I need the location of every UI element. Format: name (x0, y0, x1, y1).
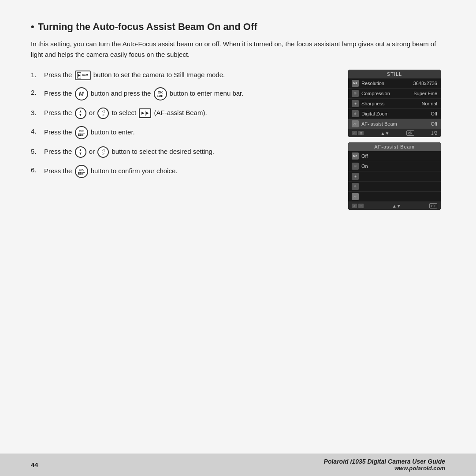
af-select-icon: ▶ ▶ (139, 108, 151, 118)
footer-nav-still: ▲▼ (381, 131, 390, 136)
still-value-4: Off (431, 111, 437, 116)
step-6-content: Press the OK EDIT button to confirm your… (44, 165, 335, 178)
still-row-1: MP Resolution 3648x2736 (348, 78, 441, 89)
m-button-icon: M (75, 87, 88, 100)
brand-line2: www.polaroid.com (324, 465, 445, 472)
still-label-1: Resolution (361, 81, 411, 86)
footer-icons-still: ⌂ ☰ (352, 131, 364, 135)
still-value-5: Off (431, 121, 437, 126)
step-3-num: 3. (31, 108, 40, 118)
step-6: 6. Press the OK EDIT button to confirm y… (31, 165, 335, 178)
still-screen: STILL MP Resolution 3648x2736 ⊞ Compress… (348, 70, 441, 137)
page-number: 44 (31, 461, 38, 469)
step-5-content: Press the ▲▼ or ◁▷ button to select the … (44, 146, 335, 158)
section-title: • Turning the Auto-focus Assist Beam On … (31, 21, 445, 33)
af-mp-icon: MP (352, 152, 359, 160)
af-zoom-icon: ⊕ (352, 183, 359, 190)
step-5-num: 5. (31, 146, 40, 157)
scroll-up-icon-step5: ▲▼ (75, 146, 86, 158)
still-label-4: Digital Zoom (361, 111, 428, 116)
af-menu-icon: ☰ (358, 204, 364, 208)
step-4: 4. Press the OK EDIT button to enter. (31, 126, 335, 139)
sharpness-icon: ◈ (352, 100, 359, 107)
af-label-off: Off (361, 153, 437, 159)
mode-button-icon: ▶ CAM (75, 71, 91, 80)
af-screen-footer: ⌂ ☰ ▲▼ ok (348, 202, 441, 210)
footer-page-still: 1/2 (431, 131, 437, 136)
still-row-2: ⊞ Compression Super Fine (348, 89, 441, 99)
scroll-down-icon-step5: ◁▷ (97, 146, 109, 158)
still-label-3: Sharpness (361, 101, 419, 106)
step-1: 1. Press the ▶ CAM button to set the cam… (31, 70, 335, 80)
af-sharp-icon: ◈ (352, 173, 359, 180)
still-label-5: AF- assist Beam (361, 121, 428, 126)
af-af-icon: AF (352, 193, 359, 200)
still-row-4: ⊕ Digital Zoom Off (348, 109, 441, 119)
af-icon: AF (352, 120, 359, 127)
menu-footer-icon: ☰ (358, 131, 364, 135)
title-text: Turning the Auto-focus Assist Beam On an… (38, 21, 257, 33)
bullet-point: • (31, 21, 34, 33)
ok-button-icon-step6: OK EDIT (75, 165, 88, 178)
intro-paragraph: In this setting, you can turn the Auto-F… (31, 39, 445, 60)
af-row-3: ◈ (348, 171, 441, 182)
still-label-2: Compression (361, 91, 411, 96)
scroll-down-icon: ◁▷ (97, 108, 109, 119)
step-3: 3. Press the ▲▼ or ◁▷ to select ▶ (31, 108, 335, 119)
still-screen-header: STILL (348, 70, 441, 78)
ok-button-icon-step4: OK EDIT (75, 126, 88, 139)
step-2-content: Press the M button and press the OK EDIT… (44, 87, 335, 100)
af-row-4: ⊕ (348, 182, 441, 192)
page: • Turning the Auto-focus Assist Beam On … (0, 0, 476, 476)
brand-line1: Polaroid i1035 Digital Camera User Guide (324, 458, 445, 465)
step-3-content: Press the ▲▼ or ◁▷ to select ▶ ▶ (44, 108, 335, 119)
steps: 1. Press the ▶ CAM button to set the cam… (31, 70, 335, 178)
content-area: 1. Press the ▶ CAM button to set the cam… (31, 70, 445, 210)
home-footer-icon: ⌂ (352, 131, 357, 135)
scroll-up-icon: ▲▼ (75, 108, 86, 119)
still-value-1: 3648x2736 (413, 81, 437, 86)
footer-ok-af: ok (429, 203, 437, 208)
af-home-icon: ⌂ (352, 204, 357, 208)
step-5: 5. Press the ▲▼ or ◁▷ button to select t… (31, 146, 335, 158)
compression-icon: ⊞ (352, 90, 359, 97)
step-2: 2. Press the M button and press the OK E… (31, 87, 335, 100)
af-row-mp: MP Off (348, 151, 441, 161)
af-compress-icon: ⊞ (352, 163, 359, 170)
step-2-num: 2. (31, 87, 40, 98)
brand-info: Polaroid i1035 Digital Camera User Guide… (324, 458, 445, 472)
mp-icon: MP (352, 80, 359, 87)
af-screen: AF-assist Beam MP Off ⊞ On ◈ ⊕ (348, 142, 441, 210)
still-row-5: AF AF- assist Beam Off (348, 119, 441, 129)
still-screen-footer: ⌂ ☰ ▲▼ ok 1/2 (348, 129, 441, 137)
step-4-content: Press the OK EDIT button to enter. (44, 126, 335, 139)
ok-edit-button-icon: OK EDIT (154, 87, 167, 100)
still-row-3: ◈ Sharpness Normal (348, 99, 441, 109)
footer-nav-af: ▲▼ (392, 204, 401, 208)
footer-icons-af: ⌂ ☰ (352, 204, 364, 208)
still-value-3: Normal (422, 101, 437, 106)
step-1-num: 1. (31, 70, 40, 80)
af-label-on: On (361, 164, 437, 169)
still-value-2: Super Fine (413, 91, 437, 96)
af-row-on: ⊞ On (348, 161, 441, 171)
screens-area: STILL MP Resolution 3648x2736 ⊞ Compress… (348, 70, 445, 210)
af-screen-header: AF-assist Beam (348, 142, 441, 151)
af-row-5: AF (348, 192, 441, 202)
instructions-list: 1. Press the ▶ CAM button to set the cam… (31, 70, 335, 210)
zoom-icon: ⊕ (352, 110, 359, 117)
page-footer: 44 Polaroid i1035 Digital Camera User Gu… (0, 454, 476, 476)
step-6-num: 6. (31, 165, 40, 175)
step-4-num: 4. (31, 126, 40, 137)
step-1-content: Press the ▶ CAM button to set the camera… (44, 70, 335, 80)
footer-ok-still: ok (406, 130, 414, 136)
